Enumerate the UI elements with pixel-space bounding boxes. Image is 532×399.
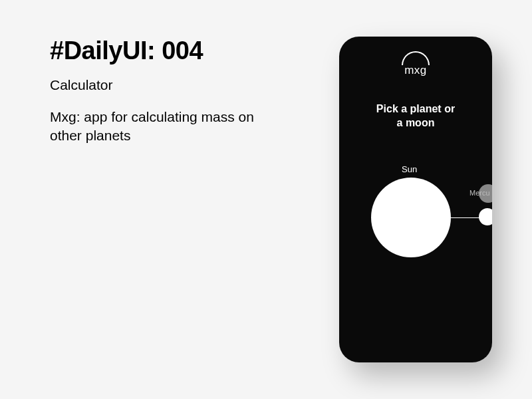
page-heading: #DailyUI: 004 [50,37,276,65]
planet-label-mercury: Mercu [469,189,492,197]
planet-mercury[interactable] [479,208,492,225]
phone-mockup: mxg Pick a planet or a moon Sun Mercu [339,37,492,362]
description: Mxg: app for calculating mass on other p… [50,108,276,146]
logo-arc-icon [402,51,430,65]
prompt-text: Pick a planet or a moon [339,102,492,130]
phone-screen: mxg Pick a planet or a moon Sun Mercu [339,37,492,362]
subtitle: Calculator [50,77,276,93]
planet-sun[interactable] [371,178,451,257]
app-logo: mxg [339,37,492,77]
info-panel: #DailyUI: 004 Calculator Mxg: app for ca… [50,37,276,146]
logo-text: mxg [404,64,427,77]
planet-label-sun: Sun [402,164,417,174]
